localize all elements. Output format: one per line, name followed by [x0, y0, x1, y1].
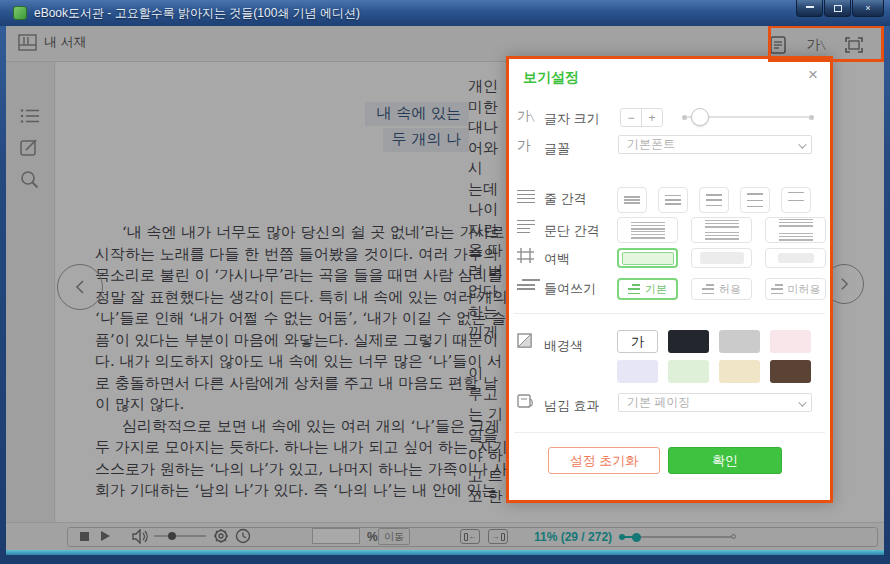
paragraph-spacing-glyph [631, 222, 665, 239]
margin-options [617, 248, 839, 268]
bg-color-swatch-6[interactable] [668, 360, 709, 383]
line-spacing-glyph [665, 195, 681, 205]
window-bottom-frame [6, 550, 884, 555]
paragraph-spacing-option-2[interactable] [691, 217, 752, 243]
line-spacing-glyph [788, 192, 804, 208]
font-size-icon: 가╲ [517, 107, 539, 125]
bg-color-swatch-4[interactable] [770, 330, 811, 353]
indent-glyph [628, 284, 640, 294]
font-size-slider-knob[interactable] [691, 108, 709, 126]
line-spacing-option-5[interactable] [781, 187, 811, 213]
page-effect-value: 기본 페이징 [627, 394, 690, 411]
maximize-button[interactable] [824, 0, 851, 17]
annotation-highlight-box [768, 26, 884, 62]
font-size-decrease-button[interactable]: − [621, 109, 642, 126]
bg-color-swatch-2[interactable] [668, 330, 709, 353]
line-spacing-glyph [624, 196, 640, 204]
background-color-icon [517, 333, 539, 348]
paragraph-spacing-option-3[interactable] [765, 217, 826, 243]
indent-glyph [702, 284, 714, 294]
margin-glyph [778, 253, 814, 263]
reset-settings-button[interactable]: 설정 초기화 [548, 447, 660, 474]
margin-option-1[interactable] [617, 248, 678, 268]
indent-option-2[interactable]: 허용 [691, 278, 752, 300]
line-spacing-label: 줄 간격 [544, 190, 587, 208]
page-effect-icon [517, 393, 539, 409]
divider [514, 432, 825, 433]
indent-option-1[interactable]: 기본 [617, 278, 678, 300]
indent-option-label: 허용 [719, 282, 741, 297]
minimize-icon [806, 5, 814, 8]
confirm-button[interactable]: 확인 [668, 447, 782, 474]
margin-label: 여백 [544, 250, 570, 268]
line-spacing-option-4[interactable] [740, 187, 770, 213]
chevron-down-icon [798, 398, 806, 406]
chevron-down-icon [798, 140, 806, 148]
app-icon [13, 6, 27, 20]
line-spacing-glyph [706, 194, 722, 206]
indent-label: 들여쓰기 [544, 280, 596, 298]
font-size-slider[interactable] [684, 116, 812, 118]
bg-color-swatch-7[interactable] [719, 360, 760, 383]
bg-color-swatch-3[interactable] [719, 330, 760, 353]
line-spacing-icon [517, 190, 539, 203]
font-dropdown[interactable]: 기본폰트 [618, 135, 812, 154]
indent-option-label: 기본 [645, 282, 667, 297]
window-title: eBook도서관 - 고요할수록 밝아지는 것들(100쇄 기념 에디션) [34, 5, 360, 22]
slider-start-dot [682, 115, 687, 120]
indent-glyph [771, 284, 783, 294]
minimize-button[interactable] [796, 0, 823, 17]
line-spacing-glyph [747, 193, 763, 207]
close-window-button[interactable]: × [852, 0, 884, 17]
margin-icon [517, 248, 539, 263]
close-icon: × [865, 3, 870, 13]
font-label: 글꼴 [544, 140, 570, 158]
margin-glyph [700, 252, 744, 264]
paragraph-spacing-glyph [779, 219, 813, 241]
panel-close-button[interactable]: × [808, 65, 818, 85]
paragraph-spacing-options [617, 217, 839, 243]
margin-option-3[interactable] [765, 248, 826, 268]
line-spacing-options [617, 187, 822, 213]
divider [514, 313, 825, 314]
paragraph-spacing-icon [517, 220, 539, 233]
page-effect-dropdown[interactable]: 기본 페이징 [618, 393, 812, 412]
slider-end-dot [809, 115, 814, 120]
background-color-label: 배경색 [544, 337, 583, 355]
margin-glyph [622, 252, 674, 265]
indent-options: 기본허용미허용 [617, 278, 839, 300]
font-size-increase-button[interactable]: + [642, 109, 662, 126]
line-spacing-option-2[interactable] [658, 187, 688, 213]
app-window: eBook도서관 - 고요할수록 밝아지는 것들(100쇄 기념 에디션) × … [0, 0, 890, 564]
bg-color-swatch-5[interactable] [617, 360, 658, 383]
page-effect-label: 넘김 효과 [544, 397, 600, 415]
indent-option-label: 미허용 [788, 282, 821, 297]
maximize-icon [834, 5, 842, 12]
line-spacing-option-3[interactable] [699, 187, 729, 213]
line-spacing-option-1[interactable] [617, 187, 647, 213]
bg-color-swatch-8[interactable] [770, 360, 811, 383]
font-dropdown-value: 기본폰트 [627, 136, 675, 153]
panel-title: 보기설정 [523, 69, 579, 87]
background-color-swatches: 가 [617, 330, 827, 390]
indent-option-3[interactable]: 미허용 [765, 278, 826, 300]
paragraph-spacing-option-1[interactable] [617, 217, 678, 243]
font-icon: 가 [517, 137, 539, 155]
paragraph-spacing-label: 문단 간격 [544, 222, 600, 240]
margin-option-2[interactable] [691, 248, 752, 268]
titlebar: eBook도서관 - 고요할수록 밝아지는 것들(100쇄 기념 에디션) × [0, 0, 890, 26]
indent-icon [517, 279, 539, 290]
bg-color-swatch-1[interactable]: 가 [617, 330, 658, 353]
font-size-label: 글자 크기 [544, 110, 600, 128]
font-size-stepper: − + [620, 108, 663, 127]
paragraph-spacing-glyph [705, 220, 739, 240]
app-client-area: 내 서재 가╲ [6, 26, 884, 550]
view-settings-panel: 보기설정 × 가╲ 글자 크기 − + 가 글꼴 기본폰트 [506, 56, 833, 503]
